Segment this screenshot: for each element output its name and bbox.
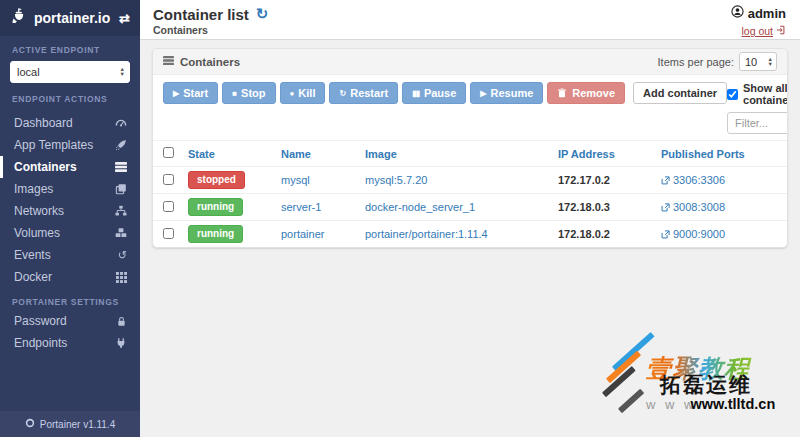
ip-address: 172.18.0.2 — [553, 221, 656, 248]
restart-button[interactable]: ↻Restart — [329, 82, 398, 104]
sidebar-item-password[interactable]: Password — [0, 310, 140, 332]
panel-title: Containers — [180, 56, 240, 68]
sidebar-menu: DashboardApp TemplatesContainersImagesNe… — [0, 112, 140, 288]
filter-input[interactable] — [727, 112, 788, 134]
sidebar-item-endpoints[interactable]: Endpoints — [0, 332, 140, 354]
refresh-icon[interactable]: ↻ — [256, 5, 269, 23]
published-ports-link[interactable]: 3306:3306 — [661, 174, 725, 186]
sidebar-item-label: Volumes — [14, 226, 60, 240]
column-header-published-ports[interactable]: Published Ports — [656, 141, 787, 167]
sidebar-item-docker[interactable]: Docker — [0, 266, 140, 288]
sidebar-item-label: Networks — [14, 204, 64, 218]
clone-icon — [112, 183, 127, 195]
sidebar-item-dashboard[interactable]: Dashboard — [0, 112, 140, 134]
add-container-button[interactable]: Add container — [633, 82, 727, 104]
sidebar-item-label: Endpoints — [14, 336, 67, 350]
lock-icon — [112, 316, 127, 327]
resume-button[interactable]: ▶Resume — [470, 82, 543, 104]
page-title: Container list — [153, 6, 249, 23]
items-per-page-select[interactable]: 10 — [739, 52, 777, 71]
state-badge: running — [188, 225, 243, 243]
sidebar-item-containers[interactable]: Containers — [0, 156, 140, 178]
sidebar-item-volumes[interactable]: Volumes — [0, 222, 140, 244]
panel-header: Containers Items per page: 10 — [153, 49, 787, 75]
tasks-icon — [163, 55, 174, 68]
container-row: runningserver-1docker-node_server_1172.1… — [153, 194, 787, 221]
action-buttons: ▶Start■Stop●Kill↻Restart▮▮Pause▶ResumeRe… — [163, 82, 727, 104]
show-all-toggle[interactable]: Show all containers — [727, 82, 788, 106]
sidebar-item-label: Docker — [14, 270, 52, 284]
user-box: admin log out — [731, 5, 786, 39]
logout-link[interactable]: log out — [741, 25, 786, 37]
bomb-icon: ● — [290, 89, 294, 98]
remove-button[interactable]: Remove — [547, 82, 625, 104]
ip-address: 172.17.0.2 — [553, 167, 656, 194]
play-icon: ▶ — [480, 89, 485, 98]
user-circle-icon — [731, 5, 744, 21]
containers-icon — [112, 161, 127, 173]
sign-out-icon — [776, 25, 786, 37]
container-name-link[interactable]: server-1 — [281, 201, 321, 213]
stop-icon: ■ — [232, 89, 236, 98]
sidebar-item-label: Containers — [14, 160, 77, 174]
endpoint-actions-label: Endpoint actions — [0, 85, 140, 107]
portainer-app: portainer.io ⇄ Active endpoint local End… — [0, 0, 800, 437]
version-text: Portainer v1.11.4 — [40, 419, 115, 430]
stop-button[interactable]: ■Stop — [222, 82, 275, 104]
container-image-link[interactable]: mysql:5.7.20 — [365, 174, 427, 186]
sidebar-settings-menu: PasswordEndpoints — [0, 310, 140, 354]
column-header-name[interactable]: Name — [276, 141, 360, 167]
sidebar-item-label: Password — [14, 314, 67, 328]
plug-icon — [112, 337, 127, 349]
state-badge: stopped — [188, 171, 245, 189]
logo-band: portainer.io ⇄ — [0, 0, 140, 36]
title-block: Container list ↻ Containers — [153, 5, 268, 39]
history-icon: ↺ — [112, 249, 127, 262]
start-button[interactable]: ▶Start — [163, 82, 218, 104]
logo-text: portainer.io — [34, 10, 110, 26]
sidebar-item-label: Dashboard — [14, 116, 73, 130]
row-checkbox[interactable] — [163, 174, 174, 185]
kill-button[interactable]: ●Kill — [280, 82, 326, 104]
container-image-link[interactable]: docker-node_server_1 — [365, 201, 475, 213]
sidebar-toggle-icon[interactable]: ⇄ — [119, 11, 130, 26]
column-header-image[interactable]: Image — [360, 141, 553, 167]
column-header-state[interactable]: State — [183, 141, 276, 167]
show-all-checkbox[interactable] — [727, 89, 738, 100]
topbar: Container list ↻ Containers admin log ou… — [140, 0, 800, 40]
sidebar-item-images[interactable]: Images — [0, 178, 140, 200]
row-checkbox[interactable] — [163, 228, 174, 239]
portainer-mark-icon — [25, 418, 35, 430]
sidebar-item-label: Events — [14, 248, 51, 262]
published-ports-link[interactable]: 9000:9000 — [661, 228, 725, 240]
external-link-icon — [661, 203, 670, 212]
sidebar: portainer.io ⇄ Active endpoint local End… — [0, 0, 140, 437]
external-link-icon — [661, 176, 670, 185]
tachometer-icon — [112, 117, 127, 129]
sidebar-item-events[interactable]: Events↺ — [0, 244, 140, 266]
active-endpoint-label: Active endpoint — [0, 36, 140, 58]
sidebar-item-label: App Templates — [14, 138, 93, 152]
container-image-link[interactable]: portainer/portainer:1.11.4 — [365, 228, 488, 240]
endpoint-select[interactable]: local — [10, 61, 130, 83]
container-row: runningportainerportainer/portainer:1.11… — [153, 221, 787, 248]
sidebar-item-app-templates[interactable]: App Templates — [0, 134, 140, 156]
portainer-settings-label: Portainer settings — [0, 288, 140, 310]
refresh-icon: ↻ — [339, 89, 345, 98]
state-badge: running — [188, 198, 243, 216]
select-all-checkbox[interactable] — [163, 147, 174, 158]
row-checkbox[interactable] — [163, 201, 174, 212]
sidebar-item-networks[interactable]: Networks — [0, 200, 140, 222]
content-area: Containers Items per page: 10 ▶Start■Sto… — [140, 40, 800, 437]
toolbar: ▶Start■Stop●Kill↻Restart▮▮Pause▶ResumeRe… — [153, 75, 787, 140]
ip-address: 172.18.0.3 — [553, 194, 656, 221]
published-ports-link[interactable]: 3008:3008 — [661, 201, 725, 213]
container-name-link[interactable]: mysql — [281, 174, 310, 186]
container-name-link[interactable]: portainer — [281, 228, 324, 240]
column-header-ip-address[interactable]: IP Address — [553, 141, 656, 167]
user-row: admin — [731, 5, 786, 21]
toolbar-right: Show all containers — [727, 82, 788, 134]
pause-button[interactable]: ▮▮Pause — [402, 82, 466, 104]
breadcrumb: Containers — [153, 24, 268, 36]
pause-icon: ▮▮ — [412, 89, 419, 98]
